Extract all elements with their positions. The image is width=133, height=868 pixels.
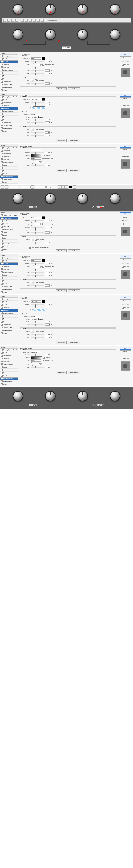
style-checkbox[interactable] — [1, 66, 3, 68]
style-item[interactable]: Pattern Overlay — [0, 380, 18, 383]
reset-default-button[interactable]: Reset to Default — [68, 289, 80, 292]
style-checkbox[interactable] — [1, 366, 3, 368]
style-checkbox[interactable] — [1, 55, 3, 57]
slider[interactable] — [31, 102, 44, 103]
style-checkbox[interactable] — [1, 383, 3, 385]
cancel-button[interactable]: Cancel — [120, 216, 131, 218]
ok-button[interactable]: OK — [120, 94, 131, 97]
pen-icon[interactable] — [3, 19, 6, 22]
style-checkbox[interactable] — [1, 235, 3, 236]
source-radio[interactable] — [38, 318, 40, 320]
preview-checkbox[interactable] — [122, 307, 124, 309]
style-item[interactable]: Drop Shadow — [0, 301, 18, 303]
slider[interactable] — [31, 230, 44, 230]
contour-picker[interactable] — [31, 79, 34, 82]
style-checkbox[interactable] — [1, 231, 3, 233]
blend-mode-select[interactable]: Normal — [31, 57, 41, 60]
make-default-button[interactable]: Make Default — [56, 289, 67, 292]
style-checkbox[interactable] — [1, 349, 3, 351]
style-item[interactable]: Bevel and Emboss — [0, 228, 18, 231]
style-checkbox[interactable] — [1, 257, 3, 259]
style-checkbox[interactable] — [1, 301, 3, 303]
style-item[interactable]: Drop Shadow — [0, 58, 18, 60]
style-item[interactable]: Contour — [0, 274, 18, 277]
value-input[interactable]: 0 — [45, 321, 50, 323]
cancel-button[interactable]: Cancel — [120, 56, 131, 59]
style-item[interactable]: Outer Glow — [0, 222, 18, 225]
value-input[interactable]: 100 — [45, 152, 50, 154]
contour-picker[interactable] — [31, 238, 34, 241]
value-input[interactable]: 0 — [45, 119, 50, 121]
style-item[interactable]: Stroke — [0, 130, 18, 133]
value-input[interactable]: 100 — [45, 366, 50, 368]
style-checkbox[interactable] — [1, 243, 3, 245]
style-checkbox[interactable] — [1, 333, 3, 334]
value-input[interactable]: 75 — [45, 220, 50, 222]
style-checkbox[interactable] — [1, 75, 3, 77]
color-radio[interactable] — [30, 107, 33, 109]
pen-tool-icon[interactable] — [21, 19, 24, 22]
style-item[interactable]: Inner Glow — [0, 360, 18, 363]
style-item[interactable]: Inner Glow — [0, 107, 18, 110]
style-checkbox[interactable] — [1, 173, 3, 175]
angle-dial[interactable] — [31, 222, 34, 226]
custom-shape-icon[interactable] — [41, 19, 44, 22]
value-input[interactable]: 3 — [45, 72, 50, 74]
blend-mode-select[interactable]: Multiply — [31, 217, 41, 219]
style-item[interactable]: Inner Shadow — [0, 152, 18, 155]
style-checkbox[interactable] — [1, 260, 3, 262]
slider[interactable] — [31, 270, 44, 271]
angle-dial[interactable] — [31, 160, 34, 163]
style-item[interactable]: Contour — [0, 231, 18, 234]
type-icon[interactable]: T — [1, 185, 4, 189]
style-checkbox[interactable] — [1, 69, 3, 71]
slider[interactable] — [31, 273, 44, 273]
slider[interactable] — [31, 73, 44, 74]
make-default-button[interactable]: Make Default — [56, 169, 67, 172]
rect-tool-icon[interactable] — [25, 19, 28, 22]
value-input[interactable]: 75 — [45, 60, 50, 62]
style-checkbox[interactable] — [1, 321, 3, 323]
style-item[interactable]: Pattern Overlay — [0, 178, 18, 181]
align-center-icon[interactable] — [61, 185, 64, 189]
style-item[interactable]: Outer Glow — [0, 63, 18, 66]
style-item[interactable]: Texture — [0, 116, 18, 118]
style-item[interactable]: Contour — [0, 113, 18, 116]
style-item[interactable]: Outer Glow — [0, 265, 18, 268]
style-item[interactable]: Stroke — [0, 248, 18, 251]
cancel-button[interactable]: Cancel — [120, 300, 131, 302]
style-item[interactable]: Pattern Overlay — [0, 288, 18, 291]
technique-select[interactable]: Softer — [31, 316, 41, 318]
slider[interactable] — [31, 135, 44, 136]
slider[interactable] — [31, 304, 44, 305]
value-input[interactable]: 100 — [45, 354, 50, 356]
style-item[interactable]: Bevel and Emboss — [0, 363, 18, 366]
value-input[interactable]: 1 — [45, 226, 50, 228]
slider[interactable] — [31, 61, 44, 62]
anti-alias-checkbox[interactable] — [35, 331, 36, 333]
slider[interactable] — [31, 243, 44, 243]
style-checkbox[interactable] — [1, 87, 3, 88]
slider[interactable] — [31, 70, 44, 71]
style-checkbox[interactable] — [1, 105, 3, 106]
style-item[interactable]: Pattern Overlay — [0, 245, 18, 248]
slider[interactable] — [31, 132, 44, 133]
new-style-button[interactable]: New Style... — [120, 152, 131, 154]
angle-dial[interactable] — [31, 63, 34, 66]
ok-button[interactable]: OK — [120, 296, 131, 299]
style-checkbox[interactable] — [1, 277, 3, 279]
style-checkbox[interactable] — [1, 81, 3, 83]
ok-button[interactable]: OK — [120, 145, 131, 148]
style-item[interactable]: Drop Shadow — [0, 259, 18, 262]
make-default-button[interactable]: Make Default — [56, 249, 67, 252]
style-checkbox[interactable] — [1, 113, 3, 115]
style-checkbox[interactable] — [1, 372, 3, 374]
contour-picker[interactable] — [31, 281, 34, 284]
style-item[interactable]: Contour — [0, 164, 18, 167]
ok-button[interactable]: OK — [120, 213, 131, 215]
style-item[interactable]: Satin — [0, 78, 18, 80]
style-checkbox[interactable] — [1, 150, 3, 152]
font-family-select[interactable]: Arial — [9, 186, 19, 188]
align-right-icon[interactable] — [65, 185, 68, 189]
make-default-button[interactable]: Make Default — [56, 139, 67, 142]
